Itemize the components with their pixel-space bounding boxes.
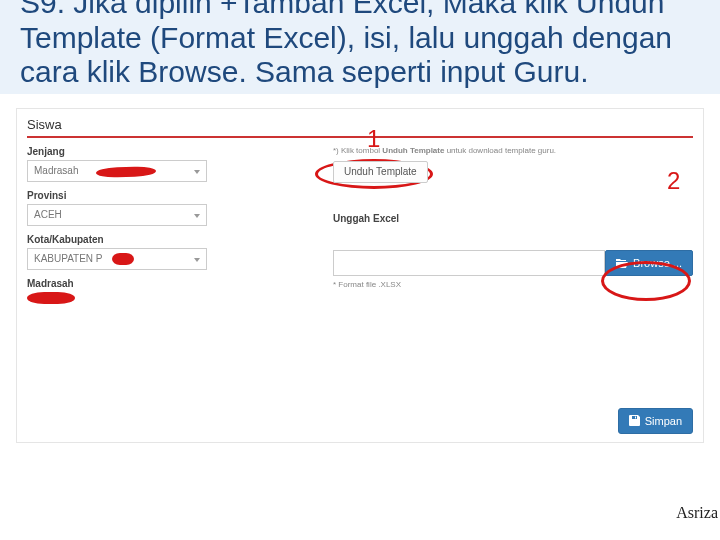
jenjang-value: Madrasah — [34, 165, 78, 176]
redaction-mark — [96, 165, 156, 177]
save-button[interactable]: Simpan — [618, 408, 693, 434]
provinsi-select[interactable]: ACEH — [27, 204, 207, 226]
form-left-column: Jenjang Madrasah Provinsi ACEH Kota/Kabu… — [27, 146, 307, 316]
jenjang-select[interactable]: Madrasah — [27, 160, 207, 182]
jenjang-label: Jenjang — [27, 146, 307, 157]
save-button-label: Simpan — [645, 415, 682, 427]
kota-value: KABUPATEN P — [34, 253, 103, 264]
upload-label: Unggah Excel — [333, 213, 693, 224]
siswa-panel: Siswa 1 2 Jenjang Madrasah Provinsi ACEH — [16, 108, 704, 443]
footer-author: Asriza — [676, 504, 718, 522]
format-hint: * Format file .XLSX — [333, 280, 693, 289]
provinsi-value: ACEH — [34, 209, 62, 220]
kota-label: Kota/Kabupaten — [27, 234, 307, 245]
upload-row: Browse ... — [333, 250, 693, 276]
download-template-button[interactable]: Unduh Template — [333, 161, 428, 183]
madrasah-value-redacted — [27, 292, 87, 308]
form-right-column: *) Klik tombol Unduh Template untuk down… — [333, 146, 693, 316]
redaction-mark — [112, 253, 134, 265]
slide-title: S9. Jika dipilih +Tambah Excel, Maka kli… — [20, 0, 700, 90]
save-icon — [629, 415, 640, 426]
madrasah-label: Madrasah — [27, 278, 307, 289]
kota-select[interactable]: KABUPATEN P — [27, 248, 207, 270]
download-note: *) Klik tombol Unduh Template untuk down… — [333, 146, 693, 155]
redaction-mark — [27, 292, 75, 304]
upload-file-input[interactable] — [333, 250, 605, 276]
panel-divider — [27, 136, 693, 138]
browse-button-label: Browse ... — [633, 257, 682, 269]
panel-heading: Siswa — [27, 117, 693, 132]
provinsi-label: Provinsi — [27, 190, 307, 201]
folder-open-icon — [616, 258, 628, 268]
browse-button[interactable]: Browse ... — [605, 250, 693, 276]
